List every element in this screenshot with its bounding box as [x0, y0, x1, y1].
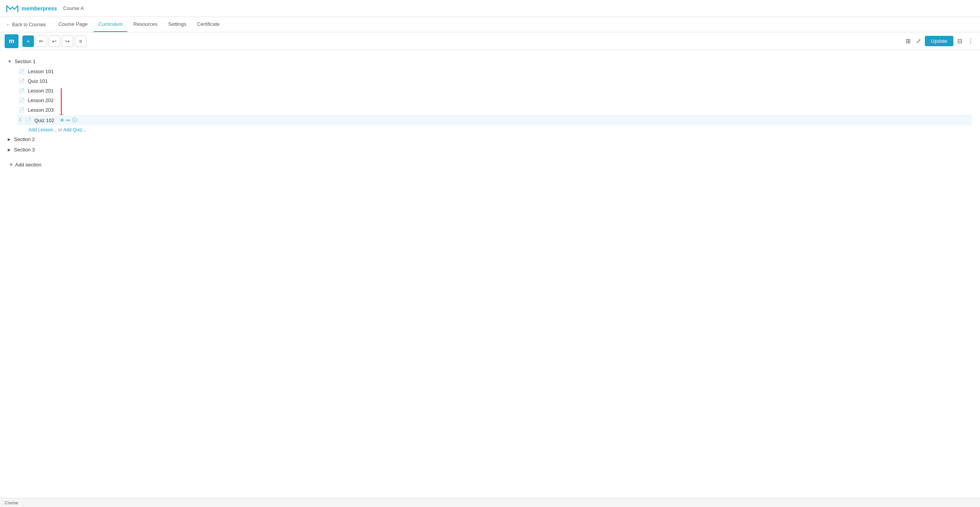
undo-button[interactable]: ↩	[49, 35, 60, 47]
tab-settings[interactable]: Settings	[163, 17, 191, 32]
tab-course-page[interactable]: Course Page	[54, 17, 92, 32]
lesson-item-quiz-102[interactable]: ⠿ 📄 Quiz 102 👁 ✏ ⓘ	[17, 115, 972, 126]
section-2: Section 2	[8, 134, 972, 144]
add-quiz-link[interactable]: Add Quiz...	[63, 127, 86, 133]
lesson-actions-quiz-102: 👁 ✏ ⓘ	[60, 117, 77, 124]
pencil-button[interactable]: ✏	[35, 35, 47, 47]
tab-certificate[interactable]: Certificate	[192, 17, 224, 32]
add-lesson-row: Add Lesson... or Add Quiz...	[17, 126, 972, 134]
add-button[interactable]: +	[22, 35, 34, 47]
edit-icon[interactable]: ✏	[66, 118, 71, 123]
back-to-courses-link[interactable]: ← Back to Courses	[6, 22, 46, 27]
list-icon: ≡	[79, 38, 82, 44]
add-section-button[interactable]: + Add section	[8, 158, 43, 171]
add-section-label: Add section	[15, 162, 41, 168]
lesson-title-202: Lesson 202	[28, 97, 54, 103]
section-1-title: Section 1	[15, 59, 35, 64]
redo-button[interactable]: ↪	[62, 35, 73, 47]
document-icon-101: 📄	[19, 69, 25, 74]
top-bar: memberpress Course A	[0, 0, 980, 17]
section-3-header[interactable]: Section 3	[8, 144, 972, 155]
update-button[interactable]: Update	[925, 36, 953, 46]
lesson-item-quiz-101[interactable]: 📄 Quiz 101	[17, 76, 972, 86]
document-icon-203: 📄	[19, 107, 25, 113]
main-content: Section 1 📄 Lesson 101 📄 Quiz 101 📄 Less…	[0, 50, 980, 177]
redo-icon: ↪	[65, 38, 70, 44]
section-2-header[interactable]: Section 2	[8, 134, 972, 144]
or-label: or	[58, 127, 63, 133]
external-link-icon: ⤢	[916, 37, 921, 45]
lesson-item-201[interactable]: 📄 Lesson 201	[17, 86, 972, 96]
sidebar-icon: ⊟	[957, 37, 962, 45]
view-icon[interactable]: 👁	[60, 118, 65, 123]
section-3-title: Section 3	[14, 147, 35, 153]
section-1-header[interactable]: Section 1	[8, 56, 972, 67]
preview-layout-icon: ⊞	[906, 37, 911, 45]
lesson-item-202[interactable]: 📄 Lesson 202	[17, 96, 972, 105]
course-title-header: Course A	[63, 5, 84, 11]
undo-icon: ↩	[52, 38, 57, 44]
lesson-item-101[interactable]: 📄 Lesson 101	[17, 67, 972, 76]
info-icon[interactable]: ⓘ	[72, 117, 77, 124]
pencil-icon: ✏	[39, 38, 44, 44]
more-options-icon: ⋮	[968, 37, 974, 45]
section-1-toggle[interactable]	[8, 59, 12, 64]
toolbar-right: ⊞ ⤢ Update ⊟ ⋮	[904, 36, 975, 46]
logo-area: memberpress Course A	[6, 4, 84, 13]
section-3: Section 3	[8, 144, 972, 155]
lesson-title-101: Lesson 101	[28, 69, 54, 74]
lesson-title-quiz-101: Quiz 101	[28, 78, 48, 84]
tab-curriculum[interactable]: Curriculum	[94, 17, 127, 32]
lesson-title-quiz-102: Quiz 102	[34, 118, 54, 123]
sidebar-toggle-button[interactable]: ⊟	[956, 36, 964, 46]
section-3-toggle[interactable]	[8, 148, 11, 152]
document-icon-202: 📄	[19, 97, 25, 103]
add-lesson-link[interactable]: Add Lesson...	[29, 127, 57, 133]
memberpress-logo	[6, 4, 19, 13]
section-1-lessons: 📄 Lesson 101 📄 Quiz 101 📄 Lesson 201	[8, 67, 972, 134]
preview-layout-button[interactable]: ⊞	[904, 36, 912, 46]
lesson-title-201: Lesson 201	[28, 88, 54, 94]
external-link-button[interactable]: ⤢	[914, 36, 923, 46]
toolbar: m + ✏ ↩ ↪ ≡ ⊞ ⤢ Update ⊟ ⋮	[0, 32, 980, 50]
tab-resources[interactable]: Resources	[129, 17, 162, 32]
document-icon-201: 📄	[19, 88, 25, 94]
document-icon-quiz101: 📄	[19, 78, 25, 84]
plus-icon: +	[9, 161, 13, 168]
section-2-title: Section 2	[14, 136, 35, 142]
lesson-title-203: Lesson 203	[28, 107, 54, 113]
lesson-item-203[interactable]: 📄 Lesson 203	[17, 105, 972, 115]
more-options-button[interactable]: ⋮	[966, 36, 975, 46]
brand-name: memberpress	[22, 5, 57, 12]
document-icon-quiz102: 📄	[25, 118, 31, 123]
section-2-toggle[interactable]	[8, 137, 11, 141]
list-button[interactable]: ≡	[75, 35, 86, 47]
drag-handle-quiz-102[interactable]: ⠿	[19, 118, 22, 123]
toolbar-logo: m	[5, 34, 19, 48]
nav-tabs: ← Back to Courses Course Page Curriculum…	[0, 17, 980, 32]
section-1: Section 1 📄 Lesson 101 📄 Quiz 101 📄 Less…	[8, 56, 972, 134]
